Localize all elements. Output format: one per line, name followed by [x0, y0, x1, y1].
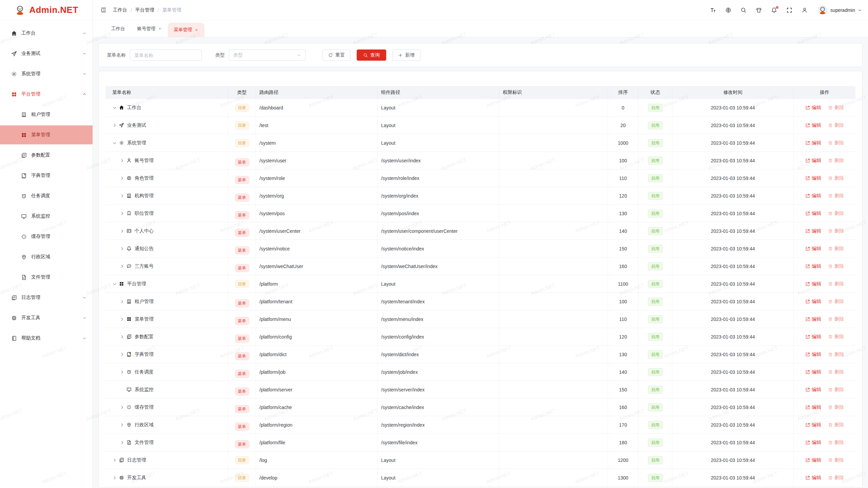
sidebar-item-notebook-15[interactable]: 帮助文档	[0, 329, 93, 348]
type-select[interactable]: 类型	[229, 49, 305, 61]
sidebar-item-alarm-8[interactable]: 任务调度	[0, 186, 93, 205]
edit-button[interactable]: 编辑	[805, 404, 821, 410]
sidebar-item-chip-14[interactable]: 开发工具	[0, 308, 93, 327]
close-icon[interactable]	[195, 28, 198, 32]
edit-button[interactable]: 编辑	[805, 440, 821, 446]
reset-button[interactable]: 重置	[322, 49, 351, 61]
sidebar-item-grid-3[interactable]: 平台管理	[0, 85, 93, 104]
delete-button[interactable]: 删除	[828, 105, 844, 111]
delete-button[interactable]: 删除	[828, 281, 844, 287]
menu-name-input[interactable]	[130, 49, 202, 61]
query-button[interactable]: 查询	[357, 49, 386, 61]
delete-button[interactable]: 删除	[828, 193, 844, 199]
edit-button[interactable]: 编辑	[805, 387, 821, 393]
edit-button[interactable]: 编辑	[805, 316, 821, 322]
delete-button[interactable]: 删除	[828, 122, 844, 128]
sidebar-item-pin-11[interactable]: 行政区域	[0, 247, 93, 266]
tab-0[interactable]: 工作台	[105, 20, 131, 37]
delete-button[interactable]: 删除	[828, 175, 844, 181]
tab-2[interactable]: 菜单管理	[168, 23, 204, 37]
edit-button[interactable]: 编辑	[805, 369, 821, 375]
notification-icon[interactable]	[771, 7, 777, 13]
delete-button[interactable]: 删除	[828, 369, 844, 375]
expand-expand-icon[interactable]	[120, 158, 124, 163]
language-icon[interactable]	[725, 7, 731, 13]
delete-button[interactable]: 删除	[828, 316, 844, 322]
sidebar-item-file-12[interactable]: 文件管理	[0, 268, 93, 287]
delete-button[interactable]: 删除	[828, 299, 844, 305]
edit-button[interactable]: 编辑	[805, 334, 821, 340]
delete-button[interactable]: 删除	[828, 210, 844, 217]
expand-collapse-icon[interactable]	[112, 282, 117, 286]
delete-button[interactable]: 删除	[828, 140, 844, 146]
delete-button[interactable]: 删除	[828, 440, 844, 446]
sidebar-item-gear-2[interactable]: 系统管理	[0, 64, 93, 83]
expand-expand-icon[interactable]	[120, 352, 124, 357]
theme-icon[interactable]	[756, 7, 762, 13]
delete-button[interactable]: 删除	[828, 422, 844, 428]
delete-button[interactable]: 删除	[828, 457, 844, 463]
expand-expand-icon[interactable]	[120, 334, 124, 339]
expand-expand-icon[interactable]	[120, 229, 124, 233]
sidebar-item-building-4[interactable]: 租户管理	[0, 105, 93, 124]
expand-expand-icon[interactable]	[120, 299, 124, 304]
delete-button[interactable]: 删除	[828, 158, 844, 164]
edit-button[interactable]: 编辑	[805, 281, 821, 287]
expand-collapse-icon[interactable]	[112, 105, 117, 110]
edit-button[interactable]: 编辑	[805, 193, 821, 199]
expand-expand-icon[interactable]	[120, 317, 124, 322]
edit-button[interactable]: 编辑	[805, 422, 821, 428]
profile-icon[interactable]	[802, 7, 808, 13]
sidebar-item-copydoc-6[interactable]: 参数配置	[0, 146, 93, 165]
delete-button[interactable]: 删除	[828, 334, 844, 340]
edit-button[interactable]: 编辑	[805, 122, 821, 128]
sidebar-item-grid-5[interactable]: 菜单管理	[0, 125, 93, 144]
delete-button[interactable]: 删除	[828, 246, 844, 252]
sidebar-item-book-7[interactable]: 字典管理	[0, 166, 93, 185]
expand-expand-icon[interactable]	[120, 264, 124, 269]
sidebar-item-home-0[interactable]: 工作台	[0, 24, 93, 43]
expand-expand-icon[interactable]	[120, 440, 124, 445]
edit-button[interactable]: 编辑	[805, 228, 821, 234]
expand-collapse-icon[interactable]	[112, 141, 117, 145]
edit-button[interactable]: 编辑	[805, 140, 821, 146]
expand-expand-icon[interactable]	[112, 458, 117, 463]
menu-fold-icon[interactable]	[100, 7, 107, 13]
delete-button[interactable]: 删除	[828, 351, 844, 358]
edit-button[interactable]: 编辑	[805, 299, 821, 305]
expand-expand-icon[interactable]	[120, 405, 124, 410]
close-icon[interactable]	[158, 27, 162, 30]
edit-button[interactable]: 编辑	[805, 457, 821, 463]
expand-expand-icon[interactable]	[120, 370, 124, 374]
font-size-icon[interactable]	[710, 7, 716, 13]
edit-button[interactable]: 编辑	[805, 263, 821, 269]
edit-button[interactable]: 编辑	[805, 105, 821, 111]
edit-button[interactable]: 编辑	[805, 175, 821, 181]
sidebar-item-loading-10[interactable]: 缓存管理	[0, 227, 93, 246]
search-icon[interactable]	[741, 7, 747, 13]
add-button[interactable]: 新增	[392, 49, 420, 61]
expand-expand-icon[interactable]	[112, 475, 117, 480]
delete-button[interactable]: 删除	[828, 475, 844, 481]
expand-expand-icon[interactable]	[112, 123, 117, 128]
expand-expand-icon[interactable]	[120, 194, 124, 198]
edit-button[interactable]: 编辑	[805, 351, 821, 358]
sidebar-item-copydoc-13[interactable]: 日志管理	[0, 288, 93, 307]
expand-expand-icon[interactable]	[120, 176, 124, 181]
expand-expand-icon[interactable]	[120, 211, 124, 216]
sidebar-item-send-1[interactable]: 业务测试	[0, 44, 93, 63]
expand-expand-icon[interactable]	[120, 246, 124, 251]
edit-button[interactable]: 编辑	[805, 158, 821, 164]
expand-expand-icon[interactable]	[120, 423, 124, 427]
breadcrumb-item[interactable]: 平台管理	[135, 7, 154, 13]
edit-button[interactable]: 编辑	[805, 475, 821, 481]
edit-button[interactable]: 编辑	[805, 246, 821, 252]
edit-button[interactable]: 编辑	[805, 210, 821, 217]
delete-button[interactable]: 删除	[828, 263, 844, 269]
delete-button[interactable]: 删除	[828, 404, 844, 410]
delete-button[interactable]: 删除	[828, 387, 844, 393]
sidebar-item-monitor-9[interactable]: 系统监控	[0, 207, 93, 226]
fullscreen-icon[interactable]	[786, 7, 792, 13]
user-menu[interactable]: superadmin	[817, 5, 862, 15]
tab-1[interactable]: 账号管理	[131, 20, 168, 37]
